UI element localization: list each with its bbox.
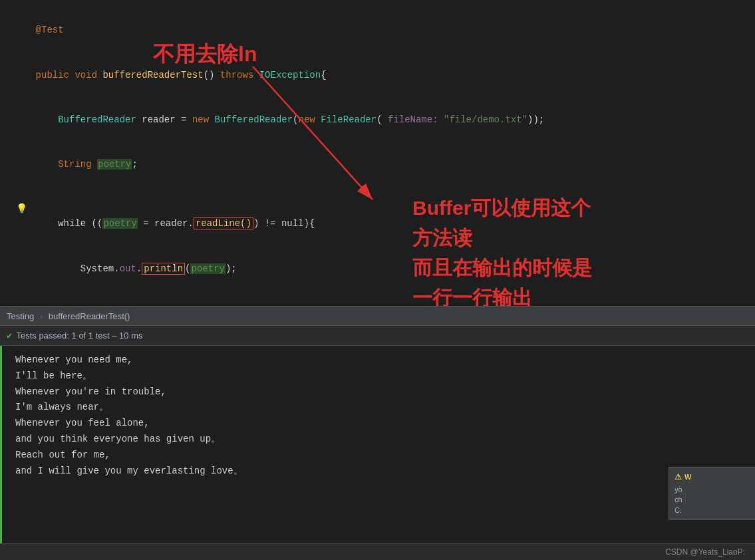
warning-line-3: C: [675, 505, 750, 515]
output-line: and you think everyone has given up。 [15, 432, 742, 448]
warning-header: ⚠ W [675, 472, 750, 483]
code-line-5: 💡 while ((poetry = reader.readLine()) !=… [13, 187, 755, 247]
breadcrumb-separator: › [40, 311, 43, 321]
output-line: Whenever you need me, [15, 352, 742, 368]
output-area: Whenever you need me,I'll be here。Whenev… [0, 346, 755, 543]
test-result-text: Tests passed: 1 of 1 test – 10 ms [16, 331, 142, 341]
breadcrumb: Testing › bufferedReaderTest() [7, 311, 130, 321]
code-line-1: @Test [13, 8, 755, 53]
output-line: I'm always near。 [15, 400, 742, 416]
watermark-bar: CSDN @Yeats_LiaoP: [0, 543, 755, 560]
annotation: @Test [36, 25, 64, 35]
warning-line-2: ch [675, 495, 750, 505]
breadcrumb-testing: Testing [7, 311, 34, 321]
output-line: Whenever you're in trouble, [15, 384, 742, 400]
output-line: Reach out for me, [15, 448, 742, 464]
output-line: and I will give you my everlasting love。 [15, 464, 742, 480]
code-line-4: String poetry; [13, 142, 755, 187]
breadcrumb-method: bufferedReaderTest() [49, 311, 130, 321]
code-line-2: public void bufferedReaderTest() throws … [13, 53, 755, 97]
code-line-6: System.out.println(poetry); [13, 246, 755, 291]
lightbulb-icon: 💡 [16, 202, 27, 216]
status-bar: Testing › bufferedReaderTest() [0, 306, 755, 326]
output-line: Whenever you feel alone, [15, 416, 742, 432]
test-pass-icon: ✔ [7, 330, 12, 341]
code-line-7: } [13, 291, 755, 306]
warning-popup: ⚠ W yo ch C: [669, 467, 755, 520]
test-results-bar: ✔ Tests passed: 1 of 1 test – 10 ms [0, 326, 755, 346]
warning-title: W [684, 472, 691, 482]
warning-line-1: yo [675, 485, 750, 495]
watermark-text: CSDN @Yeats_LiaoP: [665, 547, 745, 557]
warning-icon: ⚠ [675, 472, 682, 483]
code-editor: @Test public void bufferedReaderTest() t… [0, 0, 755, 306]
code-line-3: BufferedReader reader = new BufferedRead… [13, 97, 755, 142]
output-line: I'll be here。 [15, 368, 742, 384]
